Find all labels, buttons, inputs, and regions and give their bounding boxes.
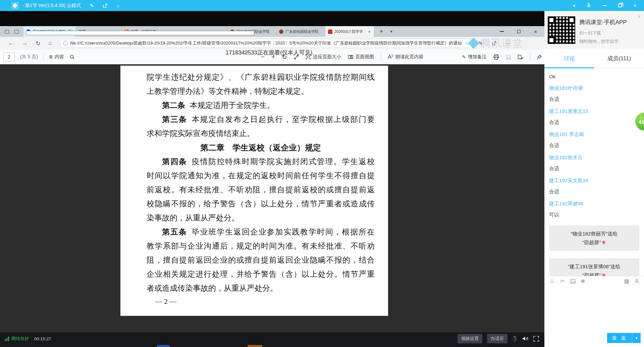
gift-line1: “建工191张景博06”送给 xyxy=(551,262,637,271)
sender-name[interactable]: 物业181叶诗满 xyxy=(549,85,639,91)
chat-message: 物业181 李志斌 合适 xyxy=(549,131,639,149)
speaker-icon[interactable] xyxy=(522,336,529,341)
document-line: 第五条毕业班学生返回企业参加实践教学时间，根据所在 xyxy=(147,225,375,239)
sender-name[interactable]: 建工191麦康志15 xyxy=(549,108,639,115)
chat-message-list[interactable]: Ok 物业181叶诗满 合适 建工191麦康志15 合适 物业181 李志斌 xyxy=(544,68,644,276)
close-button[interactable]: × xyxy=(633,2,637,9)
emoji-icon[interactable]: ☺ xyxy=(549,278,555,284)
gift-line1: “物业182曾丽芳”送给 xyxy=(551,229,637,238)
save-icon[interactable] xyxy=(506,55,511,60)
print-icon[interactable] xyxy=(493,54,499,60)
document-line: 企业相关规定进行处理，并给予警告（含）以上处分。情节严重 xyxy=(147,267,375,281)
flower-gift-icon[interactable]: ❀ xyxy=(581,278,585,284)
home-icon[interactable]: ⌂ xyxy=(116,3,119,8)
line-text: 求和学院实际宣布疫情结束止。 xyxy=(147,129,255,138)
more-menu-icon[interactable]: ⋯ xyxy=(505,40,511,47)
minimize-button[interactable] xyxy=(602,5,607,6)
page-number-input[interactable]: 2 xyxy=(3,53,15,61)
page-number-footer: — 2 — xyxy=(155,297,176,306)
browser-home-icon[interactable]: ⌂ xyxy=(48,40,52,47)
browser-tabstrip: 广东碧桂园职业学院_百度搜 首页 首页 - 智慧职教 xyxy=(0,26,544,37)
document-line: 求和学院实际宣布疫情结束止。 xyxy=(147,127,375,141)
window-title: - 第1节 Ver(1.5.4.35) 云模式 xyxy=(22,3,81,9)
sender-name[interactable]: 建工192周健08 xyxy=(549,201,639,207)
taskbar-app-blue xyxy=(157,345,170,347)
url-text[interactable]: file:///C:/Users/zcx0205/Desktop/邵超群/19-… xyxy=(70,40,463,46)
favorites-star-icon[interactable]: ☆ xyxy=(465,40,469,46)
edit-icon[interactable]: ✎ xyxy=(90,3,94,8)
tab-favicon xyxy=(279,29,283,34)
browser-tab[interactable]: 广东碧桂园职业学院 xyxy=(276,26,325,37)
message-text: 合适 xyxy=(549,119,639,126)
read-aloud-button[interactable]: A)) 朗读此页内容 xyxy=(388,54,424,60)
document-line: 上教学管理办法》等文件精神，特制定本规定。 xyxy=(147,84,375,98)
classroom-sidebar: × 腾讯课堂-手机APP 扫一扫下载 随时随地，想学就学 讨论 成员(111) … xyxy=(544,11,644,347)
player-bar: 网络良好 00:15:27 视频设置 自适应 xyxy=(0,332,544,345)
chat-message: 建工192吴文凯34 合适 xyxy=(549,178,639,195)
rose-icon: ❀ xyxy=(601,239,606,245)
line-text: 本规定自发布之日起执行，至学院根据上级部门要 xyxy=(192,115,375,124)
tab-members[interactable]: 成员(111) xyxy=(594,49,644,68)
gift-message: “建工191张景博06”送给 “邵超群”❀ xyxy=(549,258,639,276)
tab-list-chevron-icon[interactable]: ▾ xyxy=(390,29,392,34)
tab-close-icon[interactable]: × xyxy=(367,29,371,34)
document-text: 院学生违纪处分规定》、《广东碧桂园职业学院疫情防控期间线 上教学管理办法》等文件… xyxy=(147,70,375,295)
pdf-viewer-area[interactable]: 院学生违纪处分规定》、《广东碧桂园职业学院疫情防控期间线 上教学管理办法》等文件… xyxy=(0,64,544,332)
browser-tab[interactable]: 首页 xyxy=(76,26,122,37)
sender-name[interactable]: 物业182祝水云 xyxy=(549,154,639,161)
new-tab-button[interactable]: + xyxy=(380,28,383,35)
refresh-icon[interactable]: ↻ xyxy=(36,40,40,47)
image-icon[interactable] xyxy=(570,279,576,284)
chevron-down-icon[interactable]: ▾ xyxy=(573,3,575,8)
chat-input[interactable] xyxy=(544,286,644,332)
document-line: 第三条本规定自发布之日起执行，至学院根据上级部门要 xyxy=(147,113,375,127)
read-aloud-icon: A)) xyxy=(388,54,393,60)
save-as-icon[interactable] xyxy=(518,55,523,60)
web-note-icon[interactable]: ✎ xyxy=(479,40,483,47)
document-line: 第二章 学生返校（返企业）规定 xyxy=(147,141,375,155)
back-icon[interactable]: ← xyxy=(8,40,14,47)
microphone-muted-icon[interactable] xyxy=(512,336,518,342)
tab-title: 20200317 院学字〔2020 xyxy=(334,29,365,34)
pin-icon[interactable] xyxy=(587,3,591,8)
browser-share-icon[interactable] xyxy=(492,41,496,46)
share-icon[interactable] xyxy=(103,3,108,8)
forward-icon[interactable]: → xyxy=(22,40,28,47)
tab-discussion[interactable]: 讨论 xyxy=(544,49,594,68)
message-text: 合适 xyxy=(549,142,639,149)
chat-message: 建工192周健08 可以 xyxy=(549,201,639,218)
sender-name[interactable]: 建工192吴文凯34 xyxy=(549,178,639,184)
browser-maximize-button[interactable] xyxy=(517,30,521,33)
line-text: 本规定适用于全院学生。 xyxy=(190,101,275,110)
message-list-icon[interactable]: ▦ xyxy=(624,278,629,284)
fullscreen-icon[interactable] xyxy=(533,336,539,342)
search-icon[interactable] xyxy=(69,54,75,60)
contents-button[interactable]: ≡ 内容 xyxy=(49,53,64,61)
add-note-button[interactable]: ✎ 增加备注 xyxy=(462,54,487,60)
document-line: 前返校。有未经批准、不听劝阻，擅自提前返校的或擅自提前返 xyxy=(147,183,375,197)
page-info-icon[interactable]: i xyxy=(63,41,68,46)
browser-close-button[interactable]: × xyxy=(534,29,537,34)
line-text: 上教学管理办法》等文件精神，特制定本规定。 xyxy=(147,87,309,95)
browser-minimize-button[interactable] xyxy=(500,31,504,32)
adaptive-button[interactable]: 自适应 xyxy=(487,334,507,343)
send-options-chevron[interactable]: ▼ xyxy=(632,333,641,343)
document-line: 阻，擅自提前返回企业的或擅自提前返回企业隐瞒不报的，结合 xyxy=(147,253,375,267)
promo-close-icon[interactable]: × xyxy=(638,14,641,20)
article-number: 第二条 xyxy=(162,101,185,110)
send-button[interactable]: 发 送 xyxy=(607,333,632,343)
url-field[interactable]: i file:///C:/Users/zcx0205/Desktop/邵超群/1… xyxy=(60,39,473,48)
video-settings-button[interactable]: 视频设置 xyxy=(458,334,482,343)
pdf-pin-icon[interactable] xyxy=(537,55,542,60)
tabs-set-aside-icon[interactable] xyxy=(5,30,9,33)
sender-name[interactable]: 物业181 李志斌 xyxy=(549,131,639,138)
browser-tab[interactable]: 20200317 院学字〔2020 × xyxy=(325,26,374,37)
member-icon[interactable] xyxy=(634,279,639,284)
page-view-button[interactable]: 页面视图 xyxy=(348,54,374,60)
maximize-button[interactable] xyxy=(618,4,622,7)
document-line: 者或造成传染事故的，从重从严处分。 xyxy=(147,281,375,295)
article-number: 第四条 xyxy=(162,157,187,166)
screenshot-scissors-icon[interactable]: ✂ xyxy=(560,278,565,284)
tabs-preview-icon[interactable] xyxy=(14,30,19,33)
chat-message: 物业181叶诗满 合适 xyxy=(549,85,639,102)
